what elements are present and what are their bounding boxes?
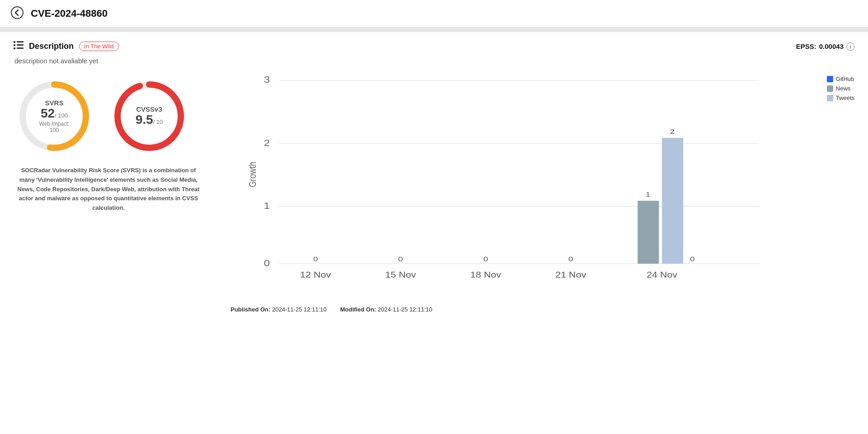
cvss-value: 9.5/ 10 bbox=[136, 113, 163, 127]
svrs-value: 52/ 100 bbox=[34, 107, 75, 121]
svg-text:3: 3 bbox=[264, 75, 270, 85]
svg-text:18 Nov: 18 Nov bbox=[470, 270, 501, 279]
bar-news-24nov bbox=[637, 201, 659, 264]
svg-text:0: 0 bbox=[690, 255, 694, 263]
svrs-sub: Web Impact: 100 bbox=[34, 121, 75, 133]
legend-github: GitHub bbox=[827, 75, 854, 82]
svrs-gauge-center: SVRS 52/ 100 Web Impact: 100 bbox=[34, 99, 75, 133]
epss-info-icon[interactable]: i bbox=[846, 42, 854, 51]
legend-tweets: Tweets bbox=[827, 94, 854, 101]
separator-bar bbox=[0, 28, 868, 32]
news-label: News bbox=[836, 85, 851, 92]
left-panel: SVRS 52/ 100 Web Impact: 100 bbox=[14, 75, 212, 213]
list-icon bbox=[14, 41, 24, 52]
svg-text:0: 0 bbox=[568, 255, 573, 263]
bar-chart: 3 2 1 0 Growth 0 0 0 0 0 bbox=[249, 75, 796, 283]
cvss-gauge-center: CVSSv3 9.5/ 10 bbox=[136, 105, 163, 127]
github-label: GitHub bbox=[836, 75, 854, 82]
svrs-description-text: SOCRadar Vulnerability Risk Score (SVRS)… bbox=[14, 166, 203, 213]
description-text: description not avaliable yet bbox=[14, 57, 854, 65]
epss-info: EPSS: 0.00043 i bbox=[796, 42, 854, 51]
description-label: Description bbox=[29, 42, 74, 51]
gauges-row: SVRS 52/ 100 Web Impact: 100 bbox=[14, 75, 212, 157]
github-swatch bbox=[827, 76, 833, 82]
legend-news: News bbox=[827, 85, 854, 92]
svg-text:1: 1 bbox=[264, 201, 270, 211]
svg-text:0: 0 bbox=[398, 255, 403, 263]
svg-text:Growth: Growth bbox=[249, 162, 258, 187]
svg-rect-2 bbox=[17, 41, 24, 42]
svg-rect-4 bbox=[17, 44, 24, 46]
svg-text:15 Nov: 15 Nov bbox=[385, 270, 416, 279]
svg-text:2: 2 bbox=[264, 138, 270, 148]
svg-text:21 Nov: 21 Nov bbox=[555, 270, 586, 279]
cvss-label: CVSSv3 bbox=[136, 105, 163, 113]
svg-rect-6 bbox=[17, 47, 24, 49]
modified-on: Modified On: 2024-11-25 12:11:10 bbox=[340, 306, 432, 313]
header: CVE-2024-48860 bbox=[0, 0, 868, 28]
svg-text:12 Nov: 12 Nov bbox=[300, 270, 331, 279]
svg-rect-5 bbox=[14, 47, 15, 49]
back-button[interactable] bbox=[11, 6, 24, 21]
svg-text:0: 0 bbox=[264, 258, 270, 268]
chart-wrapper: 3 2 1 0 Growth 0 0 0 0 0 bbox=[231, 75, 854, 302]
in-the-wild-badge: In The Wild bbox=[79, 42, 119, 51]
page-title: CVE-2024-48860 bbox=[31, 8, 108, 19]
svrs-label: SVRS bbox=[34, 99, 75, 107]
bar-label-tweets-24nov: 2 bbox=[670, 127, 675, 136]
footer-info: Published On: 2024-11-25 12:11:10 Modifi… bbox=[231, 306, 854, 313]
tweets-swatch bbox=[827, 95, 833, 101]
cvss-gauge: CVSSv3 9.5/ 10 bbox=[108, 75, 190, 157]
chart-legend: GitHub News Tweets bbox=[827, 75, 854, 101]
news-swatch bbox=[827, 85, 833, 92]
svg-point-0 bbox=[11, 7, 23, 19]
main-content: Description In The Wild EPSS: 0.00043 i … bbox=[0, 32, 868, 326]
svg-rect-3 bbox=[14, 44, 15, 46]
epss-value: 0.00043 bbox=[819, 42, 844, 50]
published-on: Published On: 2024-11-25 12:11:10 bbox=[231, 306, 326, 313]
tweets-label: Tweets bbox=[836, 94, 854, 101]
right-panel: 3 2 1 0 Growth 0 0 0 0 0 bbox=[231, 75, 854, 313]
svrs-gauge: SVRS 52/ 100 Web Impact: 100 bbox=[14, 75, 95, 157]
content-area: SVRS 52/ 100 Web Impact: 100 bbox=[14, 75, 854, 313]
svg-text:0: 0 bbox=[313, 255, 318, 263]
bar-label-news-24nov: 1 bbox=[646, 190, 650, 198]
svg-text:24 Nov: 24 Nov bbox=[646, 270, 677, 279]
svg-rect-1 bbox=[14, 41, 15, 43]
bar-tweets-24nov bbox=[662, 138, 683, 264]
epss-label-text: EPSS: bbox=[796, 42, 816, 50]
svg-text:0: 0 bbox=[483, 255, 488, 263]
description-left: Description In The Wild bbox=[14, 41, 119, 52]
description-row: Description In The Wild EPSS: 0.00043 i bbox=[14, 41, 854, 52]
